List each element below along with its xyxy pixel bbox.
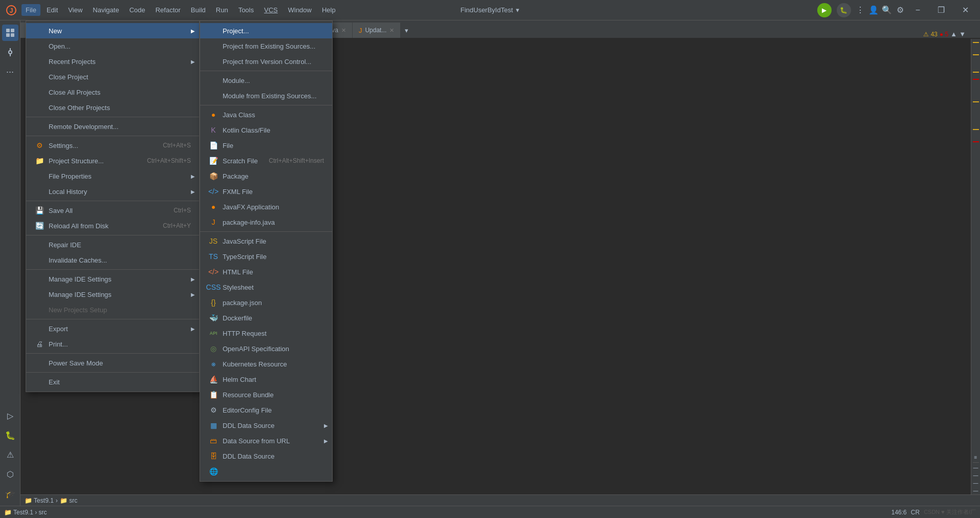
debug-button[interactable]: 🐛 — [837, 3, 851, 17]
new-submenu-data-source-url[interactable]: 🌐 — [200, 464, 332, 479]
new-submenu-project[interactable]: Project... — [200, 23, 332, 38]
menu-item-exit[interactable]: Exit — [26, 374, 199, 390]
tab-close-nullpointerexception[interactable]: ✕ — [341, 27, 346, 34]
menu-help[interactable]: Help — [318, 4, 340, 16]
side-tool-3[interactable]: — — [973, 472, 978, 478]
settings-button[interactable]: ⚙ — [896, 6, 904, 14]
scroll-up-button[interactable]: ▲ — [950, 30, 957, 38]
new-submenu-dockerfile[interactable]: 🐳 Dockerfile — [200, 310, 332, 326]
menu-item-export[interactable]: Export — [26, 321, 199, 336]
new-submenu-scratch-file[interactable]: 📝 Scratch File Ctrl+Alt+Shift+Insert — [200, 153, 332, 168]
new-submenu-resource-bundle[interactable]: 📋 Resource Bundle — [200, 387, 332, 402]
scroll-down-button[interactable]: ▼ — [959, 30, 966, 38]
new-submenu-kotlin-class[interactable]: K Kotlin Class/File — [200, 122, 332, 138]
menu-tools[interactable]: Tools — [234, 4, 258, 16]
menu-item-new-projects-setup[interactable]: Manage IDE Settings — [26, 287, 199, 302]
sidebar-icon-git[interactable]: ⬡ — [2, 466, 18, 482]
new-submenu-package[interactable]: 📦 Package — [200, 168, 332, 184]
menu-item-project-structure[interactable]: 📁 Project Structure... Ctrl+Alt+Shift+S — [26, 153, 199, 168]
menu-item-settings[interactable]: ⚙ Settings... Ctrl+Alt+S — [26, 138, 199, 153]
menu-item-close-project[interactable]: Close Project — [26, 69, 199, 84]
search-button[interactable]: 🔍 — [883, 6, 891, 14]
new-submenu-fxml[interactable]: </> FXML File — [200, 184, 332, 199]
dropdown-arrow[interactable]: ▾ — [516, 6, 519, 14]
new-submenu-module[interactable]: Module... — [200, 73, 332, 88]
menu-edit[interactable]: Edit — [42, 4, 62, 16]
menu-run[interactable]: Run — [212, 4, 232, 16]
menu-refactor[interactable]: Refactor — [151, 4, 185, 16]
menu-item-new[interactable]: New — [26, 23, 199, 38]
menu-item-manage-ide[interactable]: Manage IDE Settings — [26, 271, 199, 287]
sidebar-icon-debug[interactable]: 🐛 — [2, 427, 18, 443]
sidebar-icon-learn[interactable]: 🎓 — [2, 485, 18, 502]
new-submenu-stylesheet[interactable]: CSS Stylesheet — [200, 279, 332, 295]
side-tool-4[interactable]: — — [973, 480, 978, 486]
menu-item-open[interactable]: Open... — [26, 38, 199, 54]
new-submenu-ts[interactable]: TS TypeScript File — [200, 249, 332, 264]
new-submenu-data-source[interactable]: 🗃 Data Source from URL — [200, 433, 332, 448]
repair-icon — [34, 240, 45, 250]
tab-update[interactable]: J Updat... ✕ — [353, 23, 401, 38]
menu-view[interactable]: View — [64, 4, 86, 16]
maximize-button[interactable]: ❐ — [931, 0, 951, 20]
minimize-button[interactable]: − — [909, 0, 926, 20]
sidebar-icon-more[interactable]: ··· — [2, 63, 18, 80]
menu-build[interactable]: Build — [187, 4, 210, 16]
tab-close-update[interactable]: ✕ — [389, 27, 394, 34]
tab-more-button[interactable]: ▾ — [401, 23, 412, 38]
menu-item-invalidate-caches[interactable]: Invalidate Caches... — [26, 252, 199, 268]
new-submenu-java-class[interactable]: ● Java Class — [200, 107, 332, 122]
menu-vcs[interactable]: VCS — [260, 4, 282, 16]
new-submenu-ddl-data-source[interactable]: 🗄 DDL Data Source — [200, 448, 332, 464]
new-submenu-package-json[interactable]: {} package.json — [200, 295, 332, 310]
menu-item-close-other-projects[interactable]: Close Other Projects — [26, 100, 199, 115]
new-submenu-file[interactable]: 📄 File — [200, 138, 332, 153]
menu-item-power-save[interactable]: Power Save Mode — [26, 355, 199, 371]
new-submenu-helm[interactable]: ⛵ Helm Chart — [200, 372, 332, 387]
new-submenu-package-info[interactable]: J package-info.java — [200, 214, 332, 230]
menu-item-file-properties[interactable]: File Properties — [26, 168, 199, 184]
menu-item-remote-dev[interactable]: Remote Development... — [26, 119, 199, 134]
menu-item-manage-ide-label: Manage IDE Settings — [49, 275, 112, 283]
menu-item-close-all-projects[interactable]: Close All Projects — [26, 84, 199, 100]
run-button[interactable]: ▶ — [817, 3, 832, 17]
menu-navigate[interactable]: Navigate — [89, 4, 123, 16]
helm-icon: ⛵ — [208, 374, 219, 384]
new-submenu-js[interactable]: JS JavaScript File — [200, 233, 332, 249]
new-submenu-module-existing[interactable]: Module from Existing Sources... — [200, 88, 332, 103]
menu-item-local-history[interactable]: Local History — [26, 184, 199, 199]
more-options-button[interactable]: ⋮ — [856, 6, 864, 14]
close-button[interactable]: ✕ — [956, 0, 975, 20]
breadcrumb-src[interactable]: 📁 src — [60, 497, 77, 504]
new-submenu-openapi[interactable]: ◎ OpenAPI Specification — [200, 341, 332, 356]
menu-file[interactable]: File — [21, 4, 40, 16]
menu-item-print[interactable]: 🖨 Print... — [26, 336, 199, 352]
breadcrumb-project[interactable]: 📁 Test9.1 — [25, 497, 54, 504]
menu-item-save-all[interactable]: 💾 Save All Ctrl+S — [26, 203, 199, 218]
new-submenu-project-vcs[interactable]: Project from Version Control... — [200, 54, 332, 69]
menu-item-recent-projects[interactable]: Recent Projects — [26, 54, 199, 69]
new-submenu-kubernetes[interactable]: ⎈ Kubernetes Resource — [200, 356, 332, 372]
menu-item-repair-ide[interactable]: Repair IDE — [26, 237, 199, 252]
side-tool-5[interactable]: — — [973, 488, 978, 493]
side-tool-1[interactable]: ≡ — [974, 455, 977, 460]
new-submenu-html[interactable]: </> HTML File — [200, 264, 332, 279]
profile-button[interactable]: 👤 — [869, 6, 878, 14]
new-submenu-project-label: Project... — [223, 27, 249, 35]
menu-window[interactable]: Window — [284, 4, 316, 16]
new-submenu-swing-ui[interactable]: ▦ DDL Data Source — [200, 418, 332, 433]
save-all-shortcut: Ctrl+S — [173, 207, 191, 214]
new-submenu-editorconfig[interactable]: ⚙ EditorConfig File — [200, 402, 332, 418]
side-tool-2[interactable]: — — [973, 465, 978, 470]
sidebar-icon-problems[interactable]: ⚠ — [2, 446, 18, 463]
sidebar-icon-run[interactable]: ▷ — [2, 407, 18, 424]
menu-code[interactable]: Code — [125, 4, 149, 16]
sidebar-icon-commit[interactable] — [2, 44, 18, 60]
menu-item-reload-label: Reload All from Disk — [49, 222, 108, 230]
menu-item-reload-all[interactable]: 🔄 Reload All from Disk Ctrl+Alt+Y — [26, 218, 199, 233]
menu-item-settings-label: Settings... — [49, 142, 78, 149]
new-submenu-http[interactable]: API HTTP Request — [200, 326, 332, 341]
new-submenu-javafx[interactable]: ● JavaFX Application — [200, 199, 332, 214]
new-submenu-project-existing[interactable]: Project from Existing Sources... — [200, 38, 332, 54]
sidebar-icon-project[interactable] — [2, 25, 18, 41]
